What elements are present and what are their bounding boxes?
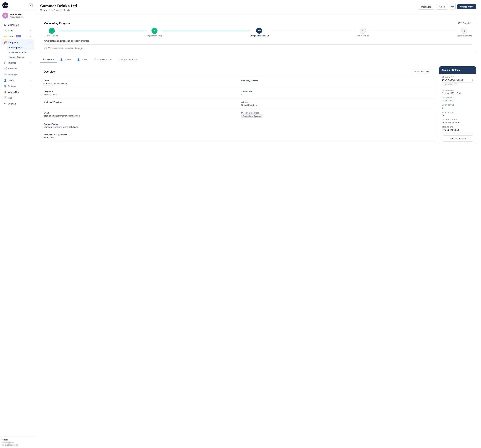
field-telephone: Telephone 07801241045 bbox=[40, 88, 238, 99]
field-name: Name Summerhouse Drinks Ltd bbox=[40, 77, 238, 88]
more-options-button[interactable]: ••• bbox=[450, 4, 456, 10]
field-value: Summerhouse Drinks Ltd bbox=[44, 82, 235, 85]
suppliers-subnav: All Suppliers External Requests Internal… bbox=[0, 45, 35, 60]
step-approval-for-work: 5 bbox=[461, 28, 467, 34]
spend-limit-value: £8,000 Annual Spend bbox=[442, 78, 463, 81]
sidebar: ACME ◀ 😊 Monica Hall Account settings ⊞ … bbox=[0, 0, 35, 448]
onboarding-percent: 40% Complete bbox=[458, 22, 472, 24]
field-empty-2 bbox=[238, 131, 436, 142]
sidebar-item-dashboard[interactable]: ⊞ Dashboard bbox=[1, 22, 34, 28]
acme-logo[interactable]: ACME bbox=[2, 2, 8, 8]
field-value: jared.dunn@summerhousedrinks.com bbox=[44, 115, 235, 117]
sidebar-user[interactable]: 😊 Monica Hall Account settings bbox=[0, 10, 35, 20]
supplier-details-header: Supplier Details bbox=[439, 66, 476, 74]
chevron-down-icon: ▾ bbox=[30, 41, 31, 43]
step-label-supplier-invited: Supplier Invited bbox=[45, 35, 58, 37]
collapse-sidebar-button[interactable]: ◀ bbox=[29, 3, 33, 7]
field-procurement-department: Procurement Department Innovation bbox=[40, 131, 238, 142]
work-tab-icon: 👤 bbox=[77, 58, 80, 61]
help-icon: ❓ bbox=[4, 96, 7, 99]
sidebar-item-invoices[interactable]: 📋 Invoices ▾ bbox=[1, 60, 34, 66]
sidebar-item-help[interactable]: ❓ Help ▾ bbox=[1, 95, 34, 101]
cards-icon: 💳 bbox=[4, 35, 7, 38]
sidebar-item-suppliers[interactable]: 🚚 Suppliers ▾ bbox=[1, 39, 34, 45]
tab-verifications[interactable]: 🛡 VERIFICATIONS bbox=[114, 57, 140, 63]
notes-button[interactable]: Notes bbox=[436, 4, 448, 9]
messages-button[interactable]: Messages bbox=[418, 4, 434, 9]
field-value: 07801241045 bbox=[44, 93, 235, 96]
field-label: VAT Number bbox=[241, 90, 432, 93]
tabs-row: ℹ DETAILS 👤 USERS 👤 WORK 📄 DOCUMENTS 🛡 V… bbox=[40, 57, 476, 63]
signed-off-section: SIGNED OFF 8 Aug 2021 11:51 bbox=[442, 126, 473, 131]
cards-new-badge: NEW bbox=[16, 35, 21, 38]
user-count-value: 1 bbox=[442, 107, 473, 109]
documents-tab-icon: 📄 bbox=[94, 58, 96, 61]
invoices-icon: 📋 bbox=[4, 61, 7, 64]
edit-overview-button[interactable]: ✎ Edit Overview bbox=[412, 69, 432, 74]
sidebar-item-users[interactable]: 👤 Users ▾ bbox=[1, 77, 34, 83]
created-by-value[interactable]: Monica Hall bbox=[442, 99, 473, 102]
info-icon: ℹ bbox=[472, 78, 473, 81]
main-content: Summer Drinks Ltd Manage Your Supplier's… bbox=[35, 0, 481, 448]
field-label: Address bbox=[241, 101, 432, 103]
overview-section: Overview ✎ Edit Overview Name Summerhous… bbox=[40, 66, 436, 144]
checklist-history-button[interactable]: Checklist History bbox=[442, 135, 473, 142]
field-value: United Kingdom bbox=[241, 104, 432, 106]
tab-documents[interactable]: 📄 DOCUMENTS bbox=[91, 57, 114, 63]
work-icon: 📄 bbox=[4, 29, 7, 32]
sidebar-item-label: Analytics bbox=[8, 67, 17, 70]
sidebar-nav: ⊞ Dashboard 📄 Work ▾ 💳 Cards NEW ▾ 🚚 Sup… bbox=[0, 20, 35, 436]
payment-terms-value: 30 days (standard) bbox=[442, 121, 473, 124]
sidebar-item-settings[interactable]: ⚙️ Settings ▾ bbox=[1, 83, 34, 89]
step-supplier-invited: ✓ bbox=[49, 28, 55, 34]
overview-card: Overview ✎ Edit Overview Name Summerhous… bbox=[40, 66, 436, 142]
step-organisation-setup: ✓ bbox=[151, 28, 158, 34]
analytics-icon: 📈 bbox=[4, 67, 7, 70]
sidebar-item-analytics[interactable]: 📈 Analytics bbox=[1, 66, 34, 71]
field-procurement-types: Procurement Types Professional Services bbox=[238, 109, 436, 120]
field-label: Company Number bbox=[241, 80, 432, 82]
spend-limit-section: SPEND LIMIT £8,000 Annual Spend ℹ £0 of … bbox=[442, 76, 473, 85]
sidebar-item-work[interactable]: 📄 Work ▾ bbox=[1, 28, 34, 33]
chevron-down-icon: ▾ bbox=[30, 97, 31, 99]
sidebar-item-internal-requests[interactable]: Internal Requests bbox=[7, 55, 34, 60]
sidebar-item-label: Cards bbox=[8, 35, 14, 38]
created-on-section: CREATED ON 11 Aug 2021, 10:01 bbox=[442, 89, 473, 94]
sidebar-item-label: Messages bbox=[8, 73, 18, 76]
tab-work[interactable]: 👤 WORK bbox=[74, 57, 90, 63]
sidebar-footer: ≡paid Last logged in 10 Oct 2022, 10:25 bbox=[0, 436, 35, 448]
logout-icon: ↪ bbox=[4, 102, 7, 105]
payment-terms-section: PAYMENT TERMS 30 days (standard) bbox=[442, 119, 473, 124]
dashboard-icon: ⊞ bbox=[4, 23, 7, 26]
page-content: Onboarding Progress 40% Complete ✓ Suppl… bbox=[35, 14, 481, 448]
sidebar-item-whats-new[interactable]: 🚀 What's New bbox=[1, 89, 34, 95]
last-logged-date: 10 Oct 2022, 10:25 bbox=[2, 444, 33, 446]
step-label-approval-for-work: Approval for Work bbox=[457, 35, 472, 37]
chevron-down-icon: ▾ bbox=[30, 36, 31, 38]
field-label: Telephone bbox=[44, 90, 235, 93]
created-by-section: CREATED BY Monica Hall bbox=[442, 97, 473, 102]
field-vat-number: VAT Number - bbox=[238, 88, 436, 99]
user-account-settings[interactable]: Account settings bbox=[10, 16, 23, 18]
work-count-section: WORK COUNT 16 bbox=[442, 111, 473, 116]
sidebar-item-logout[interactable]: ↪ Log Out bbox=[1, 101, 34, 107]
created-by-label: CREATED BY bbox=[442, 97, 473, 99]
field-value: - bbox=[241, 93, 432, 96]
sidebar-item-cards[interactable]: 💳 Cards NEW ▾ bbox=[1, 34, 34, 39]
signed-off-label: SIGNED OFF bbox=[442, 126, 473, 128]
page-subtitle: Manage Your Supplier's details bbox=[40, 9, 77, 11]
field-label: Additional Telephone bbox=[44, 101, 235, 103]
tab-label-users: USERS bbox=[64, 58, 71, 61]
tab-users[interactable]: 👤 USERS bbox=[57, 57, 74, 63]
tab-details[interactable]: ℹ DETAILS bbox=[40, 57, 57, 63]
created-on-label: CREATED ON bbox=[442, 89, 473, 91]
step-label-documentation: Documentation bbox=[357, 35, 369, 37]
sidebar-item-external-requests[interactable]: External Requests bbox=[7, 50, 34, 55]
last-logged-label: Last logged in bbox=[2, 441, 33, 443]
tab-label-verifications: VERIFICATIONS bbox=[120, 58, 137, 61]
create-work-button[interactable]: Create Work bbox=[457, 4, 476, 9]
sidebar-item-all-suppliers[interactable]: All Suppliers bbox=[7, 45, 34, 50]
sidebar-item-messages[interactable]: ✉️ Messages bbox=[1, 71, 34, 77]
overview-fields: Name Summerhouse Drinks Ltd Company Numb… bbox=[40, 77, 436, 142]
sidebar-item-label: Dashboard bbox=[8, 23, 19, 26]
